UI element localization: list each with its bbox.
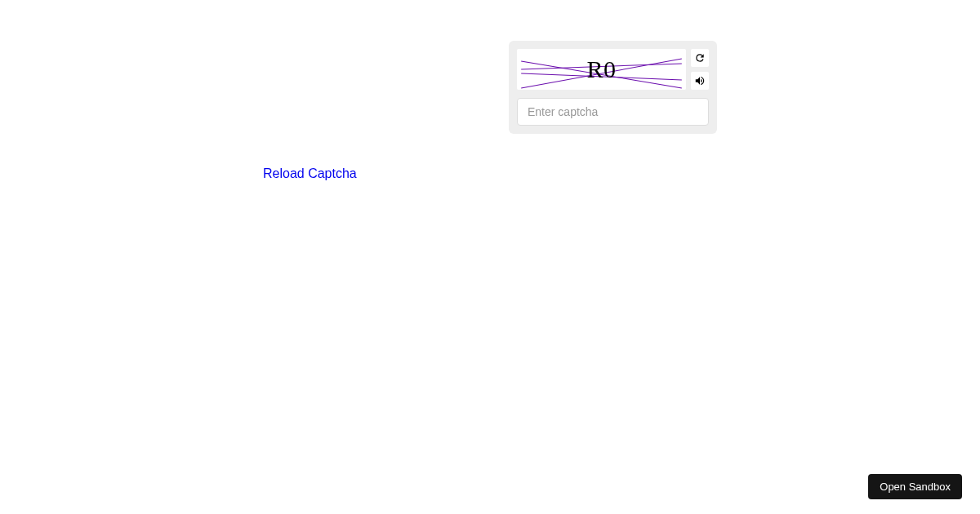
captcha-text: R0 — [586, 55, 616, 83]
refresh-button[interactable] — [691, 49, 709, 67]
reload-captcha-link[interactable]: Reload Captcha — [263, 166, 357, 181]
refresh-icon — [694, 52, 706, 64]
speaker-icon — [694, 75, 706, 86]
captcha-input[interactable] — [517, 98, 709, 126]
captcha-icons — [691, 49, 709, 90]
captcha-top-row: R0 — [517, 49, 709, 90]
captcha-widget: R0 — [509, 41, 717, 134]
open-sandbox-button[interactable]: Open Sandbox — [868, 474, 962, 499]
audio-button[interactable] — [691, 72, 709, 90]
captcha-image: R0 — [517, 49, 686, 90]
